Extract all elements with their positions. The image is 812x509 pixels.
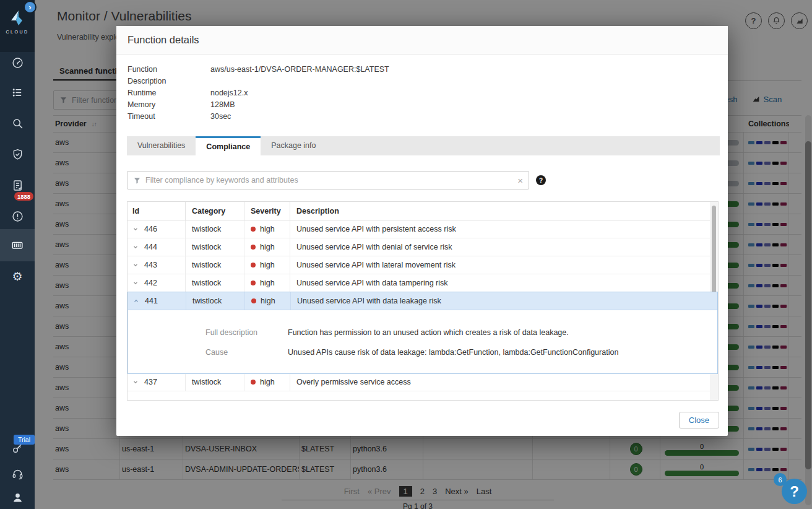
funnel-icon <box>133 176 141 185</box>
help-fab-button[interactable]: ? <box>782 479 807 504</box>
compliance-row-446[interactable]: 446 twistlock high Unused service API wi… <box>127 220 718 238</box>
function-label: Function <box>127 65 210 74</box>
severity-header: Severity <box>244 202 290 220</box>
checklist-icon <box>11 86 24 99</box>
expanded-row-block: 441 twistlock high Unused service API wi… <box>127 292 718 374</box>
function-details: Function aws/us-east-1/DVSA-ORDER-MANAGE… <box>127 63 389 122</box>
logo-text: CLOUD <box>6 30 28 34</box>
compliance-row-444[interactable]: 444 twistlock high Unused service API wi… <box>127 238 718 256</box>
runtime-label: Runtime <box>127 89 210 97</box>
chevron-up-icon[interactable] <box>133 298 139 304</box>
modal-tabs: Vulnerabilities Compliance Package info <box>127 136 720 155</box>
chevron-down-icon[interactable] <box>132 226 139 232</box>
tab-package-info[interactable]: Package info <box>261 136 326 155</box>
severity-dot <box>251 281 256 285</box>
report-check-icon <box>11 179 24 192</box>
headset-icon <box>11 468 24 481</box>
alerts-count-badge: 1888 <box>14 192 33 201</box>
modal-title: Function details <box>116 26 728 54</box>
severity-dot <box>251 245 256 250</box>
gear-icon: ⚙ <box>12 271 22 282</box>
compliance-table: Id Category Severity Description 446 twi… <box>127 201 719 401</box>
sidebar-item-containers[interactable] <box>0 229 35 261</box>
gauge-icon <box>11 56 24 69</box>
sidebar-item-dashboard[interactable] <box>0 49 35 76</box>
shield-check-icon <box>11 148 24 161</box>
chevron-down-icon[interactable] <box>132 262 139 268</box>
user-icon <box>11 491 24 504</box>
chevron-down-icon[interactable] <box>132 280 139 286</box>
clear-filter-icon[interactable]: × <box>517 175 523 186</box>
severity-dot <box>251 380 256 385</box>
description-header: Description <box>290 202 710 220</box>
sidebar-item-policies[interactable] <box>0 79 35 106</box>
screen: Monitor / Vulnerabilities Vulnerability … <box>0 0 812 509</box>
full-description-value: Function has permission to an unused act… <box>288 328 569 337</box>
tab-compliance[interactable]: Compliance <box>196 136 261 155</box>
sidebar-expand-button[interactable]: › <box>24 1 37 14</box>
trial-badge: Trial <box>14 435 35 445</box>
compliance-row-443[interactable]: 443 twistlock high Unused service API wi… <box>127 256 718 274</box>
id-header: Id <box>127 202 186 220</box>
sidebar-item-search[interactable] <box>0 110 35 137</box>
compliance-row-442[interactable]: 442 twistlock high Unused service API wi… <box>127 274 718 292</box>
compliance-table-header: Id Category Severity Description <box>127 202 718 220</box>
container-icon <box>11 238 24 252</box>
chevron-down-icon[interactable] <box>132 379 139 385</box>
description-label: Description <box>127 77 210 85</box>
search-icon <box>11 117 24 130</box>
memory-value: 128MB <box>210 100 235 109</box>
compliance-filter[interactable]: × <box>127 171 529 189</box>
chevron-down-icon[interactable] <box>132 244 139 250</box>
sidebar-item-defend[interactable] <box>0 141 35 168</box>
sidebar-item-settings[interactable]: ⚙ <box>0 263 35 290</box>
compliance-row-437[interactable]: 437 twistlock high Overly permissive ser… <box>127 373 718 391</box>
severity-dot <box>251 227 256 232</box>
tab-vulnerabilities[interactable]: Vulnerabilities <box>127 136 196 155</box>
sidebar: CLOUD <box>0 0 35 509</box>
category-header: Category <box>186 202 244 220</box>
sidebar-item-profile[interactable] <box>0 484 35 509</box>
close-button[interactable]: Close <box>679 412 719 429</box>
memory-label: Memory <box>127 100 210 109</box>
full-description-label: Full description <box>205 328 288 337</box>
function-details-modal: Function details Function aws/us-east-1/… <box>116 26 728 436</box>
filter-help-icon[interactable]: ? <box>536 175 546 185</box>
cause-label: Cause <box>205 348 288 357</box>
timeout-value: 30sec <box>210 112 231 121</box>
cause-value: Unused APIs cause risk of data leakage: … <box>288 348 618 357</box>
severity-dot <box>251 298 256 303</box>
sidebar-item-alerts[interactable] <box>0 202 35 230</box>
prisma-cloud-logo-icon <box>9 10 25 26</box>
alert-icon <box>11 210 24 223</box>
runtime-value: nodejs12.x <box>210 89 248 97</box>
compliance-row-441-selected[interactable]: 441 twistlock high Unused service API wi… <box>128 292 717 310</box>
function-value: aws/us-east-1/DVSA-ORDER-MANAGER:$LATEST <box>210 65 389 74</box>
compliance-filter-input[interactable] <box>145 176 513 185</box>
severity-dot <box>251 263 256 268</box>
timeout-label: Timeout <box>127 112 210 121</box>
row-expansion-panel: Full description Function has permission… <box>128 310 717 373</box>
